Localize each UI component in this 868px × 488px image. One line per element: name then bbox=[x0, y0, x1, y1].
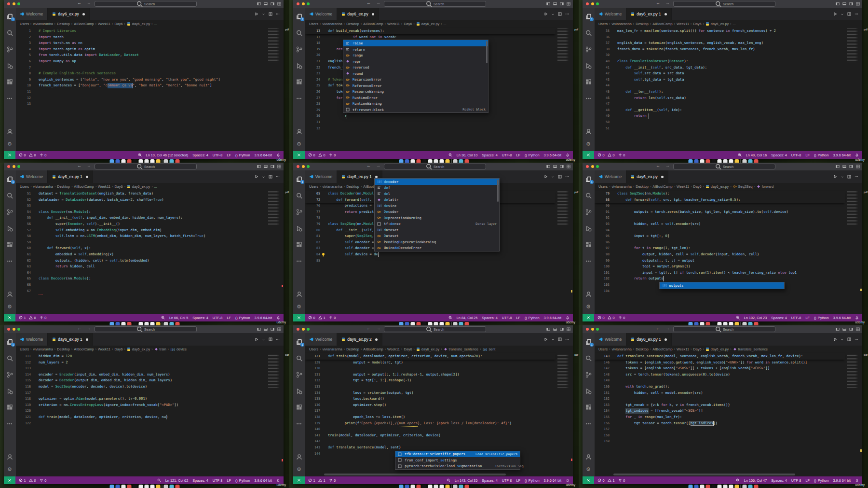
close-window-button[interactable] bbox=[297, 2, 299, 5]
close-window-button[interactable] bbox=[297, 165, 299, 168]
breadcrumb-segment[interactable]: Users bbox=[309, 22, 318, 26]
run-button[interactable] bbox=[833, 337, 837, 341]
layoutB-icon[interactable] bbox=[553, 2, 557, 6]
sidebar-item-files[interactable]: 1 bbox=[6, 175, 14, 183]
layoutG-icon[interactable] bbox=[856, 165, 860, 168]
dock-app-icon[interactable] bbox=[164, 485, 168, 488]
problems-indicator[interactable]: 1 0 bbox=[19, 316, 36, 320]
zoom-indicator-icon[interactable] bbox=[448, 153, 452, 157]
zoom-indicator-icon[interactable] bbox=[157, 478, 161, 482]
gear-icon[interactable]: ⚙ bbox=[295, 140, 303, 148]
remote-indicator[interactable] bbox=[4, 476, 15, 484]
sidebar-item-files[interactable]: 1 bbox=[295, 175, 303, 183]
interpreter-indicator[interactable]: 3.9.6 64-bit bbox=[254, 478, 272, 483]
zoom-indicator-icon[interactable] bbox=[138, 153, 142, 157]
dock-app-icon[interactable] bbox=[139, 159, 143, 163]
layoutB-icon[interactable] bbox=[264, 165, 268, 168]
dock-app-icon[interactable] bbox=[145, 485, 149, 488]
breadcrumb-segment[interactable]: day6_ex.py bbox=[711, 184, 729, 189]
run-button[interactable] bbox=[544, 12, 548, 16]
dock-app-icon[interactable] bbox=[718, 322, 722, 325]
layoutL-icon[interactable] bbox=[257, 327, 261, 331]
indentation-indicator[interactable]: Spaces: 4 bbox=[482, 478, 497, 483]
back-icon[interactable]: ← bbox=[77, 163, 81, 168]
encoding-indicator[interactable]: UTF-8 bbox=[502, 316, 512, 320]
dock-app-icon[interactable] bbox=[127, 322, 132, 325]
sidebar-item-more[interactable] bbox=[295, 257, 303, 265]
indentation-indicator[interactable]: Spaces: 4 bbox=[771, 316, 787, 320]
zoom-indicator-icon[interactable] bbox=[736, 316, 740, 320]
suggestion-item[interactable]: reversed bbox=[343, 64, 488, 70]
minimap[interactable] bbox=[847, 191, 859, 226]
bell-icon[interactable] bbox=[855, 316, 859, 320]
dock-app-icon[interactable] bbox=[440, 159, 444, 163]
forward-icon[interactable]: → bbox=[665, 0, 670, 5]
sidebar-item-files[interactable]: 1 bbox=[295, 338, 303, 346]
dock-app-icon[interactable] bbox=[417, 485, 421, 488]
sidebar-item-search[interactable] bbox=[584, 192, 592, 199]
suggestion-item[interactable]: repr bbox=[343, 58, 488, 65]
tab-welcome[interactable]: Welcome bbox=[305, 170, 337, 183]
zoom-window-button[interactable] bbox=[307, 328, 310, 331]
suggestion-item[interactable]: del bbox=[375, 191, 499, 197]
dropdown-scrollbar[interactable] bbox=[497, 180, 499, 202]
macos-dock[interactable] bbox=[110, 322, 180, 325]
breadcrumb-segment[interactable]: ... bbox=[444, 22, 447, 26]
dock-app-icon[interactable] bbox=[453, 485, 458, 488]
breadcrumb-segment[interactable]: Day6 bbox=[114, 184, 122, 189]
language-indicator[interactable]: ()Python bbox=[525, 153, 540, 157]
tab-file[interactable]: day6_ex.py 1 bbox=[626, 333, 672, 346]
interpreter-indicator[interactable]: 3.9.6 64-bit bbox=[254, 153, 272, 157]
dock-app-icon[interactable] bbox=[706, 485, 710, 488]
breadcrumb-segment[interactable]: ... bbox=[733, 22, 736, 26]
split-editor-icon[interactable] bbox=[269, 337, 272, 341]
tab-file[interactable]: day6_ex.py 1 bbox=[48, 170, 93, 183]
dock-app-icon[interactable] bbox=[748, 322, 753, 325]
sidebar-item-extensions[interactable] bbox=[6, 404, 14, 411]
breadcrumb-segment[interactable]: Users bbox=[598, 347, 608, 351]
indentation-indicator[interactable]: Spaces: 4 bbox=[482, 153, 497, 157]
dock-app-icon[interactable] bbox=[743, 322, 747, 325]
dock-app-icon[interactable] bbox=[729, 159, 733, 163]
dock-app-icon[interactable] bbox=[139, 322, 143, 325]
breadcrumb-segment[interactable]: Week11 bbox=[677, 22, 689, 26]
sidebar-item-debug[interactable] bbox=[6, 387, 14, 395]
ports-indicator[interactable]: 0 bbox=[618, 316, 625, 320]
sidebar-item-search[interactable] bbox=[6, 354, 14, 362]
dock-app-icon[interactable] bbox=[754, 485, 759, 488]
interpreter-indicator[interactable]: 3.9.6 64-bit bbox=[833, 153, 851, 157]
code-editor[interactable]: 143def translate_sentence(model, sentenc… bbox=[595, 352, 862, 476]
lightbulb-icon[interactable] bbox=[321, 252, 326, 257]
layoutR-icon[interactable] bbox=[271, 2, 274, 6]
dock-app-icon[interactable] bbox=[723, 159, 728, 163]
more-actions-icon[interactable] bbox=[565, 175, 569, 179]
breadcrumb[interactable]: Users›vivianaranha›Desktop›AIBootCamp›We… bbox=[595, 20, 862, 27]
dock-app-icon[interactable] bbox=[405, 159, 409, 163]
sidebar-item-files[interactable]: 1 bbox=[6, 338, 14, 346]
suggestion-item[interactable]: [@]decoder bbox=[375, 179, 499, 185]
more-actions-icon[interactable] bbox=[276, 337, 280, 341]
command-center-search[interactable]: Search bbox=[95, 326, 197, 332]
dock-app-icon[interactable] bbox=[718, 485, 722, 488]
layoutB-icon[interactable] bbox=[842, 327, 846, 331]
sidebar-item-more[interactable] bbox=[584, 420, 592, 428]
layoutG-icon[interactable] bbox=[277, 327, 281, 331]
dock-app-icon[interactable] bbox=[748, 485, 753, 488]
sidebar-item-scm[interactable] bbox=[295, 371, 303, 378]
dock-app-icon[interactable] bbox=[116, 159, 120, 163]
sidebar-item-files[interactable]: 1 bbox=[584, 338, 592, 346]
breadcrumb-segment[interactable]: Day6 bbox=[404, 22, 412, 26]
run-dropdown-icon[interactable] bbox=[551, 175, 555, 179]
account-icon[interactable] bbox=[6, 453, 14, 460]
interpreter-indicator[interactable]: 3.9.6 64-bit bbox=[543, 153, 561, 157]
sidebar-item-search[interactable] bbox=[295, 29, 303, 37]
suggestion-item[interactable]: PendingDeprecationWarning bbox=[375, 239, 499, 245]
breadcrumb-segment[interactable]: Users bbox=[309, 184, 318, 189]
gear-icon[interactable]: ⚙ bbox=[6, 303, 14, 310]
zoom-window-button[interactable] bbox=[596, 328, 599, 331]
eol-indicator[interactable]: LF bbox=[805, 316, 810, 320]
sidebar-item-extensions[interactable] bbox=[295, 78, 303, 86]
dock-app-icon[interactable] bbox=[712, 485, 716, 488]
breadcrumb-segment[interactable]: Day6 bbox=[693, 22, 701, 26]
sidebar-item-scm[interactable] bbox=[6, 371, 14, 378]
